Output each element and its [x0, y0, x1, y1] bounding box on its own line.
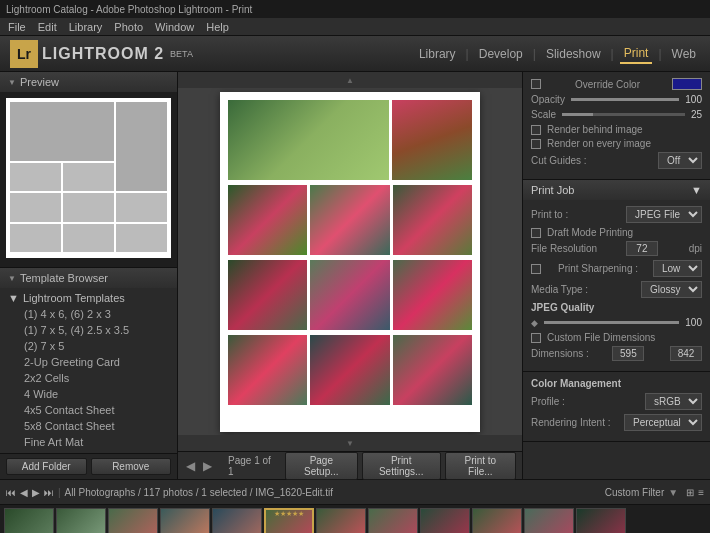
scale-value: 25	[691, 109, 702, 120]
tb-item-1[interactable]: (1) 4 x 6, (6) 2 x 3	[0, 306, 177, 322]
jpeg-quality-slider[interactable]	[544, 321, 679, 324]
tb-item-6[interactable]: 4 Wide	[0, 386, 177, 402]
render-behind-checkbox[interactable]	[531, 125, 541, 135]
nav-print[interactable]: Print	[620, 44, 653, 64]
draft-mode-row: Draft Mode Printing	[531, 227, 702, 238]
cut-guides-dropdown[interactable]: Off	[658, 152, 702, 169]
add-folder-button[interactable]: Add Folder	[6, 458, 87, 475]
film-thumb-8[interactable]	[368, 508, 418, 533]
template-browser-header[interactable]: ▼ Template Browser	[0, 268, 177, 288]
opacity-slider[interactable]	[571, 98, 679, 101]
print-to-dropdown[interactable]: JPEG File	[626, 206, 702, 223]
left-panel-bottom: Add Folder Remove	[0, 453, 177, 479]
file-res-input[interactable]	[626, 241, 658, 256]
scale-slider[interactable]	[562, 113, 685, 116]
tb-item-4[interactable]: 2-Up Greeting Card	[0, 354, 177, 370]
menu-library[interactable]: Library	[69, 21, 103, 33]
film-thumb-5[interactable]	[212, 508, 262, 533]
scroll-up-arrow[interactable]: ▲	[346, 76, 354, 85]
override-color-row: Override Color	[531, 78, 702, 90]
filter-dropdown[interactable]: ▼	[668, 487, 678, 498]
photo-lower-2	[310, 260, 389, 330]
menu-help[interactable]: Help	[206, 21, 229, 33]
film-thumb-10[interactable]	[472, 508, 522, 533]
grid-icon[interactable]: ⊞	[686, 487, 694, 498]
film-thumb-2[interactable]	[56, 508, 106, 533]
app-name: LIGHTROOM 2	[42, 45, 164, 63]
draft-mode-checkbox[interactable]	[531, 228, 541, 238]
nav-prev-button[interactable]: ◀	[184, 459, 197, 473]
film-thumb-7[interactable]	[316, 508, 366, 533]
color-mgmt-content: Color Management Profile : sRGB Renderin…	[523, 372, 710, 441]
film-thumb-9[interactable]	[420, 508, 470, 533]
print-sharpen-check[interactable]	[531, 264, 541, 274]
photo-row-lower	[228, 260, 472, 330]
render-every-checkbox[interactable]	[531, 139, 541, 149]
menu-edit[interactable]: Edit	[38, 21, 57, 33]
film-thumb-6[interactable]: ★★★★★	[264, 508, 314, 533]
file-res-dpi: dpi	[689, 243, 702, 254]
remove-button[interactable]: Remove	[91, 458, 172, 475]
file-res-label: File Resolution	[531, 243, 597, 254]
dim-w-input[interactable]	[612, 346, 644, 361]
logo-icon: Lr	[10, 40, 38, 68]
nav-first[interactable]: ⏮	[6, 487, 16, 498]
tb-item-8[interactable]: 5x8 Contact Sheet	[0, 418, 177, 434]
right-panel: Override Color Opacity 100 Scale 25	[522, 72, 710, 479]
tb-item-2[interactable]: (1) 7 x 5, (4) 2.5 x 3.5	[0, 322, 177, 338]
photo-mid-3	[393, 185, 472, 255]
print-sharpen-dropdown[interactable]: Low	[653, 260, 702, 277]
media-type-dropdown[interactable]: Glossy	[641, 281, 702, 298]
print-job-title: Print Job	[531, 184, 574, 196]
rendering-intent-dropdown[interactable]: Perceptual	[624, 414, 702, 431]
film-thumb-3[interactable]	[108, 508, 158, 533]
override-color-section: Override Color Opacity 100 Scale 25	[523, 72, 710, 180]
scroll-down-arrow[interactable]: ▼	[346, 439, 354, 448]
color-swatch[interactable]	[672, 78, 702, 90]
dim-h-input[interactable]	[670, 346, 702, 361]
nav-develop[interactable]: Develop	[475, 45, 527, 63]
nav-last[interactable]: ⏭	[44, 487, 54, 498]
film-thumb-11[interactable]	[524, 508, 574, 533]
list-icon[interactable]: ≡	[698, 487, 704, 498]
page-info: Page 1 of 1	[222, 455, 277, 477]
tb-item-3[interactable]: (2) 7 x 5	[0, 338, 177, 354]
nav-prev[interactable]: ◀	[20, 487, 28, 498]
header: Lr LIGHTROOM 2 BETA Library | Develop | …	[0, 36, 710, 72]
photo-bottom-1	[228, 335, 307, 405]
photo-lower-1	[228, 260, 307, 330]
page-setup-button[interactable]: Page Setup...	[285, 452, 358, 480]
print-settings-button[interactable]: Print Settings...	[362, 452, 441, 480]
nav-web[interactable]: Web	[668, 45, 700, 63]
nav-next[interactable]: ▶	[32, 487, 40, 498]
tb-item-9[interactable]: Fine Art Mat	[0, 434, 177, 450]
tb-group-lightroom-header[interactable]: ▼ Lightroom Templates	[0, 290, 177, 306]
tb-item-7[interactable]: 4x5 Contact Sheet	[0, 402, 177, 418]
menu-photo[interactable]: Photo	[114, 21, 143, 33]
film-thumb-4[interactable]	[160, 508, 210, 533]
preview-cell-3	[10, 193, 61, 221]
nav-next-button[interactable]: ▶	[201, 459, 214, 473]
override-color-checkbox[interactable]	[531, 79, 541, 89]
tb-item-5[interactable]: 2x2 Cells	[0, 370, 177, 386]
preview-cell-1	[10, 163, 61, 191]
left-panel: ▼ Preview	[0, 72, 178, 479]
opacity-value: 100	[685, 94, 702, 105]
print-to-file-button[interactable]: Print to File...	[445, 452, 516, 480]
film-thumb-1[interactable]	[4, 508, 54, 533]
nav-library[interactable]: Library	[415, 45, 460, 63]
opacity-row: Opacity 100	[531, 94, 702, 105]
preview-cell-7	[63, 224, 114, 252]
preview-cell-4	[63, 193, 114, 221]
menu-file[interactable]: File	[8, 21, 26, 33]
preview-title: Preview	[20, 76, 59, 88]
film-thumb-12[interactable]	[576, 508, 626, 533]
cut-guides-row: Cut Guides : Off	[531, 152, 702, 169]
render-every-row: Render on every image	[531, 138, 702, 149]
print-job-header[interactable]: Print Job ▼	[523, 180, 710, 200]
profile-dropdown[interactable]: sRGB	[645, 393, 702, 410]
custom-dim-checkbox[interactable]	[531, 333, 541, 343]
preview-header[interactable]: ▼ Preview	[0, 72, 177, 92]
menu-window[interactable]: Window	[155, 21, 194, 33]
nav-slideshow[interactable]: Slideshow	[542, 45, 605, 63]
